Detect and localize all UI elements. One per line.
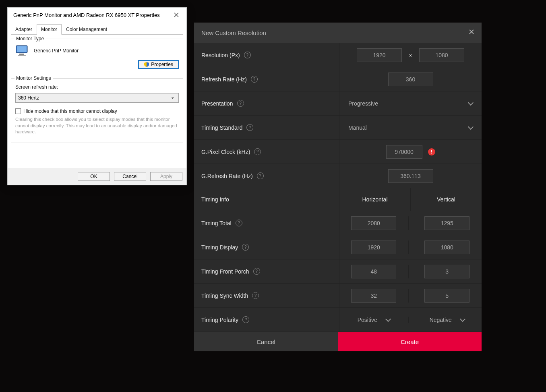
label: Timing Total bbox=[201, 220, 232, 226]
chevron-down-icon bbox=[468, 100, 474, 105]
timing-display-h-input[interactable] bbox=[351, 241, 396, 254]
presentation-select[interactable]: Progressive bbox=[339, 100, 482, 107]
timing-display-v-input[interactable] bbox=[424, 241, 469, 254]
timing-total-h-input[interactable] bbox=[351, 216, 396, 230]
help-icon[interactable]: ? bbox=[254, 148, 261, 155]
row-timing-sync-width: Timing Sync Width ? bbox=[194, 284, 482, 308]
chevron-down-icon bbox=[385, 316, 391, 321]
help-icon[interactable]: ? bbox=[257, 172, 264, 179]
row-g-refresh-rate: G.Refresh Rate (Hz) ? bbox=[194, 164, 482, 188]
refresh-rate-select[interactable]: 360 Hertz bbox=[15, 93, 179, 103]
properties-button[interactable]: Properties bbox=[138, 60, 179, 69]
cancel-button[interactable]: Cancel bbox=[114, 172, 146, 181]
row-timing-standard: Timing Standard ? Manual bbox=[194, 116, 482, 140]
button-label: Cancel bbox=[256, 338, 275, 345]
timing-total-v-input[interactable] bbox=[424, 216, 469, 230]
dialog-footer: OK Cancel Apply bbox=[8, 168, 186, 185]
row-timing-polarity: Timing Polarity ? Positive Negative bbox=[194, 308, 482, 332]
label: G.Refresh Rate (Hz) bbox=[201, 173, 253, 179]
panel-header: New Custom Resolution bbox=[194, 23, 482, 43]
uac-shield-icon bbox=[144, 62, 149, 67]
help-icon[interactable]: ? bbox=[242, 316, 249, 323]
refresh-rate-input[interactable] bbox=[388, 73, 433, 86]
chevron-down-icon bbox=[468, 124, 474, 129]
select-value: Positive bbox=[358, 317, 377, 323]
monitor-type-group: Monitor Type Generic PnP Monitor bbox=[11, 39, 183, 74]
col-horizontal: Horizontal bbox=[339, 188, 410, 211]
row-presentation: Presentation ? Progressive bbox=[194, 91, 482, 116]
label: Resolution (Px) bbox=[201, 52, 240, 58]
dialog-title: Generic PnP Monitor and AMD Radeon RX 69… bbox=[13, 12, 160, 18]
monitor-properties-dialog: Generic PnP Monitor and AMD Radeon RX 69… bbox=[7, 7, 187, 185]
apply-button[interactable]: Apply bbox=[150, 172, 182, 181]
timing-standard-select[interactable]: Manual bbox=[339, 124, 482, 131]
hide-modes-label: Hide modes that this monitor cannot disp… bbox=[23, 108, 117, 114]
dialog-titlebar: Generic PnP Monitor and AMD Radeon RX 69… bbox=[8, 8, 186, 22]
group-title: Monitor Type bbox=[14, 36, 46, 41]
label: Presentation bbox=[201, 100, 233, 107]
timing-sw-v-input[interactable] bbox=[424, 289, 469, 303]
tab-strip: Adapter Monitor Color Management bbox=[11, 24, 183, 35]
hide-modes-hint: Clearing this check box allows you to se… bbox=[15, 116, 179, 135]
panel-close-button[interactable] bbox=[469, 29, 474, 36]
monitor-type-row: Generic PnP Monitor bbox=[15, 45, 179, 57]
panel-footer: Cancel Create bbox=[194, 332, 482, 351]
help-icon[interactable]: ? bbox=[246, 124, 253, 131]
hide-modes-checkbox[interactable] bbox=[15, 108, 21, 114]
label: Timing Polarity bbox=[201, 317, 238, 323]
timing-sw-h-input[interactable] bbox=[351, 289, 396, 303]
help-icon[interactable]: ? bbox=[253, 268, 260, 275]
create-button[interactable]: Create bbox=[338, 332, 482, 351]
monitor-settings-group: Monitor Settings Screen refresh rate: 36… bbox=[11, 78, 183, 143]
timing-fp-v-input[interactable] bbox=[424, 265, 469, 278]
label: Timing Display bbox=[201, 244, 238, 251]
close-icon bbox=[469, 29, 474, 35]
ok-button[interactable]: OK bbox=[78, 172, 110, 181]
polarity-v-select[interactable]: Negative bbox=[413, 317, 482, 323]
error-icon: ! bbox=[428, 148, 435, 156]
tab-monitor[interactable]: Monitor bbox=[37, 24, 62, 35]
dialog-body: Adapter Monitor Color Management Monitor… bbox=[8, 24, 186, 168]
panel-title: New Custom Resolution bbox=[201, 29, 266, 36]
tab-color-management[interactable]: Color Management bbox=[62, 24, 112, 35]
x-separator: x bbox=[409, 52, 412, 58]
help-icon[interactable]: ? bbox=[252, 292, 259, 299]
help-icon[interactable]: ? bbox=[236, 220, 242, 226]
pixel-clock-input[interactable] bbox=[386, 145, 422, 159]
select-value: Negative bbox=[430, 317, 452, 323]
resolution-height-input[interactable] bbox=[419, 48, 464, 62]
row-pixel-clock: G.Pixel Clock (kHz) ? ! bbox=[194, 140, 482, 164]
custom-resolution-panel: New Custom Resolution Resolution (Px) ? … bbox=[194, 23, 482, 351]
label: Timing Front Porch bbox=[201, 268, 249, 275]
col-vertical: Vertical bbox=[410, 188, 482, 211]
cancel-button[interactable]: Cancel bbox=[194, 332, 338, 351]
row-timing-info-header: Timing Info Horizontal Vertical bbox=[194, 188, 482, 211]
help-icon[interactable]: ? bbox=[251, 76, 258, 83]
group-title: Monitor Settings bbox=[14, 75, 53, 81]
close-button[interactable] bbox=[170, 11, 182, 19]
label: Timing Standard bbox=[201, 124, 242, 131]
row-timing-display: Timing Display ? bbox=[194, 235, 482, 259]
tab-adapter[interactable]: Adapter bbox=[11, 24, 37, 35]
row-refresh-rate: Refresh Rate (Hz) ? bbox=[194, 67, 482, 91]
button-label: Create bbox=[401, 338, 419, 345]
row-resolution: Resolution (Px) ? x bbox=[194, 43, 482, 67]
help-icon[interactable]: ? bbox=[237, 100, 244, 107]
label: Timing Info bbox=[201, 196, 229, 203]
label: Refresh Rate (Hz) bbox=[201, 76, 247, 83]
svg-rect-1 bbox=[17, 46, 27, 52]
timing-fp-h-input[interactable] bbox=[351, 265, 396, 278]
help-icon[interactable]: ? bbox=[244, 52, 251, 58]
select-value: Manual bbox=[348, 124, 367, 131]
refresh-rate-label: Screen refresh rate: bbox=[15, 84, 179, 90]
monitor-name: Generic PnP Monitor bbox=[34, 48, 79, 54]
close-icon bbox=[174, 12, 179, 17]
polarity-h-select[interactable]: Positive bbox=[339, 317, 409, 323]
svg-rect-3 bbox=[18, 55, 26, 56]
monitor-icon bbox=[15, 45, 29, 57]
resolution-width-input[interactable] bbox=[357, 48, 402, 62]
row-timing-front-porch: Timing Front Porch ? bbox=[194, 259, 482, 284]
help-icon[interactable]: ? bbox=[242, 244, 249, 251]
chevron-down-icon bbox=[460, 316, 465, 321]
g-refresh-input[interactable] bbox=[388, 169, 433, 183]
